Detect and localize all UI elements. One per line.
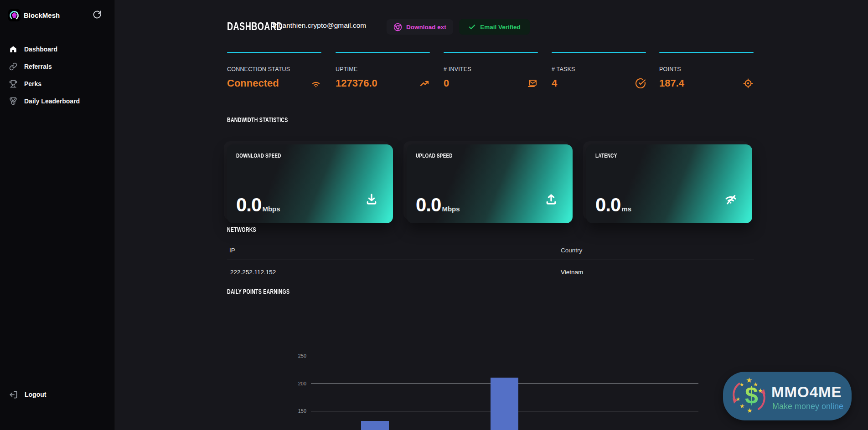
- stat-label: # TASKS: [552, 66, 646, 72]
- card-value: 0.0: [236, 194, 261, 216]
- medal-icon: [9, 97, 17, 105]
- download-ext-label: Download ext: [406, 24, 446, 31]
- watermark-title: MMO4ME: [771, 384, 842, 401]
- stat-value: 4: [552, 77, 557, 89]
- logout-button[interactable]: Logout: [0, 386, 115, 403]
- stat-label: # INVITES: [444, 66, 538, 72]
- card-value: 0.0: [416, 194, 441, 216]
- y-tick-label: 250: [286, 353, 306, 358]
- stat-uptime: UPTIME 127376.0: [336, 52, 430, 89]
- sidebar-item-dashboard[interactable]: Dashboard: [0, 41, 115, 58]
- svg-text:★: ★: [739, 403, 745, 410]
- card-unit: Mbps: [262, 205, 280, 213]
- stat-label: UPTIME: [336, 66, 430, 72]
- sidebar-item-daily-leaderboard[interactable]: Daily Leaderboard: [0, 92, 115, 110]
- sidebar-nav: Dashboard Referrals Perks: [0, 41, 115, 110]
- watermark-subtitle: Make money online: [772, 402, 843, 411]
- y-tick-label: 150: [286, 408, 306, 414]
- stat-invites: # INVITES 0: [444, 52, 538, 89]
- sidebar-item-label: Daily Leaderboard: [24, 97, 80, 105]
- bandwidth-heading: BANDWIDTH STATISTICS: [227, 116, 307, 123]
- stat-value: 127376.0: [336, 77, 377, 89]
- sidebar-item-referrals[interactable]: Referrals: [0, 58, 115, 75]
- stat-accent-line: [659, 52, 754, 53]
- stat-points: POINTS 187.4: [659, 52, 754, 89]
- table-header-divider: [227, 260, 754, 260]
- locate-icon: [743, 78, 754, 89]
- upload-icon: [544, 192, 558, 206]
- circle-check-icon: [635, 78, 646, 89]
- network-row-country: Vietnam: [561, 269, 583, 276]
- sidebar-item-label: Dashboard: [24, 46, 57, 53]
- chrome-icon: [393, 23, 402, 31]
- trending-up-icon: [419, 78, 430, 89]
- card-title: DOWNLOAD SPEED: [236, 152, 281, 159]
- user-email: thuanthien.crypto@gmail.com: [273, 21, 366, 30]
- chart-bar: [491, 378, 518, 430]
- y-tick-label: 200: [286, 381, 306, 386]
- stat-accent-line: [444, 52, 538, 53]
- networks-heading: NETWORKS: [227, 226, 265, 233]
- home-icon: [9, 45, 17, 53]
- latency-card: LATENCY 0.0 ms: [586, 144, 752, 223]
- svg-text:★: ★: [739, 382, 744, 387]
- svg-text:★: ★: [747, 407, 753, 414]
- card-value: 0.0: [595, 194, 620, 216]
- check-icon: [468, 23, 476, 31]
- network-row-ip: 222.252.112.152: [230, 269, 276, 276]
- download-speed-card: DOWNLOAD SPEED 0.0 Mbps: [227, 144, 393, 223]
- card-title: UPLOAD SPEED: [416, 152, 453, 159]
- wifi-slash-icon: [724, 192, 738, 206]
- stat-value: 187.4: [659, 77, 684, 89]
- sidebar: BlockMesh Dashboard Referrals: [0, 0, 115, 430]
- sidebar-item-label: Perks: [24, 80, 41, 87]
- sidebar-item-label: Referrals: [24, 63, 52, 70]
- dollar-stars-logo-icon: $ ★ ★ ★ ★ ★ ★ ★: [728, 375, 770, 417]
- stat-accent-line: [227, 52, 321, 53]
- stat-value: 0: [444, 77, 449, 89]
- stat-connection-status: CONNECTION STATUS Connected: [227, 52, 321, 89]
- stat-value: Connected: [227, 77, 279, 89]
- brand-row: BlockMesh: [0, 8, 115, 24]
- svg-text:★: ★: [753, 381, 758, 388]
- mail-check-icon: [527, 78, 538, 89]
- sidebar-item-perks[interactable]: Perks: [0, 75, 115, 92]
- gridline: [311, 356, 698, 356]
- trophy-icon: [9, 80, 17, 88]
- stat-accent-line: [552, 52, 646, 53]
- card-title: LATENCY: [595, 152, 617, 159]
- brand-name: BlockMesh: [24, 11, 60, 19]
- logout-icon: [9, 390, 18, 399]
- upload-speed-card: UPLOAD SPEED 0.0 Mbps: [407, 144, 573, 223]
- logout-label: Logout: [25, 391, 46, 398]
- chart-bar: [361, 421, 389, 430]
- email-verified-label: Email Verified: [480, 24, 521, 31]
- networks-col-country: Country: [561, 247, 582, 254]
- svg-text:★: ★: [736, 396, 740, 402]
- blockmesh-logo-icon: [8, 9, 21, 21]
- link-icon: [9, 62, 17, 71]
- svg-text:★: ★: [758, 387, 763, 394]
- email-verified-badge: Email Verified: [459, 19, 530, 35]
- download-icon: [365, 192, 378, 206]
- stat-label: CONNECTION STATUS: [227, 66, 321, 72]
- daily-points-chart: 250200150: [227, 337, 754, 430]
- stat-tasks: # TASKS 4: [552, 52, 646, 89]
- card-unit: ms: [621, 205, 631, 213]
- daily-points-heading: DAILY POINTS EARNINGS: [227, 288, 310, 295]
- wifi-icon: [310, 78, 321, 89]
- refresh-icon[interactable]: [93, 10, 103, 20]
- stat-label: POINTS: [659, 66, 754, 72]
- svg-text:★: ★: [746, 376, 752, 384]
- download-ext-button[interactable]: Download ext: [387, 19, 453, 35]
- mmo4me-watermark: $ ★ ★ ★ ★ ★ ★ ★ MMO4ME Make money online: [723, 372, 852, 420]
- card-unit: Mbps: [442, 205, 460, 213]
- networks-col-ip: IP: [229, 247, 235, 254]
- stat-accent-line: [336, 52, 430, 53]
